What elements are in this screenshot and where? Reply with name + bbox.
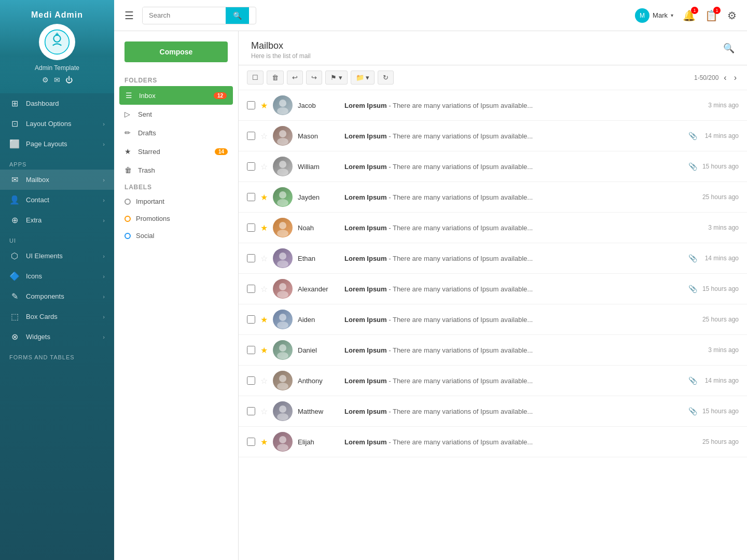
refresh-button[interactable]: ↻ <box>378 71 394 85</box>
sidebar-item-extra[interactable]: ⊕ Extra › <box>0 210 114 230</box>
flag-button[interactable]: ⚑ ▾ <box>325 71 348 85</box>
label-important[interactable]: Important <box>114 193 238 210</box>
mail-checkbox[interactable] <box>247 346 255 354</box>
svg-point-16 <box>279 314 286 321</box>
clipboard-badge: 1 <box>713 7 721 14</box>
star-icon[interactable]: ☆ <box>260 254 268 263</box>
star-icon[interactable]: ★ <box>260 345 268 355</box>
sidebar-item-widgets[interactable]: ⊗ Widgets › <box>0 327 114 347</box>
forward-button[interactable]: ↪ <box>306 71 322 85</box>
inbox-icon: ☰ <box>126 91 134 100</box>
settings-icon[interactable]: ⚙ <box>42 76 49 84</box>
user-chip[interactable]: M Mark ▾ <box>635 8 673 23</box>
folder-drafts[interactable]: ✏ Drafts <box>114 123 238 142</box>
notification-icon-wrapper[interactable]: 🔔 1 <box>683 9 696 22</box>
mail-item[interactable]: ☆ Mason Lorem Ipsum - There are many var… <box>239 121 747 151</box>
star-icon[interactable]: ★ <box>260 315 268 325</box>
mail-checkbox[interactable] <box>247 223 255 232</box>
mail-item[interactable]: ★ Aiden Lorem Ipsum - There are many var… <box>239 304 747 335</box>
mail-preview: Lorem Ipsum - There are many variations … <box>344 102 683 109</box>
mail-checkbox[interactable] <box>247 285 255 293</box>
folder-label: Starred <box>138 148 210 156</box>
sidebar-item-mailbox[interactable]: ✉ Mailbox › <box>0 170 114 190</box>
mail-item[interactable]: ★ Noah Lorem Ipsum - There are many vari… <box>239 213 747 243</box>
sidebar-item-ui-elements[interactable]: ⬡ UI Elements › <box>0 246 114 266</box>
sidebar-item-components[interactable]: ✎ Components › <box>0 286 114 306</box>
folder-starred[interactable]: ★ Starred 14 <box>114 142 238 161</box>
mail-avatar <box>273 310 293 329</box>
compose-button[interactable]: Compose <box>125 41 228 62</box>
folder-button[interactable]: 📁 ▾ <box>351 71 375 85</box>
folder-inbox[interactable]: ☰ Inbox 12 <box>119 86 233 105</box>
mail-avatar <box>273 340 293 360</box>
mail-checkbox[interactable] <box>247 315 255 324</box>
star-icon[interactable]: ★ <box>260 437 268 447</box>
star-icon[interactable]: ☆ <box>260 376 268 386</box>
mail-avatar <box>273 371 293 390</box>
power-icon[interactable]: ⏻ <box>65 76 73 84</box>
user-name: Mark <box>653 11 668 19</box>
folder-sent[interactable]: ▷ Sent <box>114 105 238 123</box>
sidebar-item-dashboard[interactable]: ⊞ Dashboard <box>0 93 114 114</box>
sidebar-item-contact[interactable]: 👤 Contact › <box>0 190 114 210</box>
menu-toggle-icon[interactable]: ☰ <box>125 9 134 22</box>
mail-item[interactable]: ★ Jacob Lorem Ipsum - There are many var… <box>239 90 747 121</box>
folder-trash[interactable]: 🗑 Trash <box>114 161 238 179</box>
star-icon[interactable]: ☆ <box>260 407 268 416</box>
star-icon[interactable]: ★ <box>260 101 268 110</box>
star-icon[interactable]: ☆ <box>260 131 268 141</box>
clipboard-icon-wrapper[interactable]: 📋 1 <box>705 9 718 22</box>
mail-checkbox[interactable] <box>247 132 255 140</box>
reply-button[interactable]: ↩ <box>287 71 303 85</box>
star-icon[interactable]: ★ <box>260 223 268 233</box>
mail-checkbox[interactable] <box>247 193 255 201</box>
attach-icon: 📎 <box>688 285 697 293</box>
mail-sender: Ethan <box>298 255 339 262</box>
sidebar-item-page-layouts[interactable]: ⬜ Page Layouts › <box>0 134 114 154</box>
attach-icon: 📎 <box>688 162 697 171</box>
mail-item[interactable]: ☆ Ethan Lorem Ipsum - There are many var… <box>239 243 747 274</box>
mail-checkbox[interactable] <box>247 254 255 262</box>
star-icon[interactable]: ☆ <box>260 284 268 294</box>
mail-item[interactable]: ☆ Alexander Lorem Ipsum - There are many… <box>239 274 747 304</box>
mail-item[interactable]: ☆ William Lorem Ipsum - There are many v… <box>239 151 747 182</box>
mail-checkbox[interactable] <box>247 407 255 415</box>
mail-checkbox[interactable] <box>247 376 255 385</box>
sidebar-item-box-cards[interactable]: ⬚ Box Cards › <box>0 306 114 327</box>
search-button[interactable]: 🔍 <box>226 7 249 24</box>
mail-avatar <box>273 218 293 237</box>
sidebar-avatar <box>39 24 75 60</box>
mail-icon[interactable]: ✉ <box>54 76 60 84</box>
star-icon[interactable]: ★ <box>260 192 268 202</box>
label-social[interactable]: Social <box>114 227 238 244</box>
mail-checkbox[interactable] <box>247 438 255 446</box>
sidebar-header: Medi Admin Admin Template ⚙ ✉ ⏻ <box>0 0 114 93</box>
chevron-right-icon: › <box>103 121 105 127</box>
mail-checkbox[interactable] <box>247 101 255 109</box>
next-page-button[interactable]: › <box>732 71 739 85</box>
label-text: Important <box>136 198 164 205</box>
svg-point-7 <box>277 169 288 176</box>
select-all-button[interactable]: ☐ <box>247 71 264 85</box>
pagination-info: 1-50/200 <box>694 74 718 81</box>
mail-avatar <box>273 126 293 146</box>
sidebar-item-label: Extra <box>26 216 96 224</box>
search-input[interactable] <box>143 7 226 23</box>
ui-icon: ⬡ <box>9 251 20 261</box>
svg-point-11 <box>277 230 288 237</box>
mail-item[interactable]: ★ Jayden Lorem Ipsum - There are many va… <box>239 182 747 213</box>
mail-item[interactable]: ★ Daniel Lorem Ipsum - There are many va… <box>239 335 747 366</box>
delete-button[interactable]: 🗑 <box>267 71 284 85</box>
mail-item[interactable]: ☆ Anthony Lorem Ipsum - There are many v… <box>239 366 747 396</box>
sidebar-item-layout-options[interactable]: ⊡ Layout Options › <box>0 114 114 134</box>
mail-checkbox[interactable] <box>247 162 255 171</box>
label-promotions[interactable]: Promotions <box>114 210 238 227</box>
sidebar-item-icons[interactable]: 🔷 Icons › <box>0 266 114 286</box>
mail-item[interactable]: ☆ Matthew Lorem Ipsum - There are many v… <box>239 396 747 427</box>
star-icon[interactable]: ☆ <box>260 162 268 172</box>
mail-item[interactable]: ★ Elijah Lorem Ipsum - There are many va… <box>239 427 747 457</box>
label-text: Social <box>136 232 154 240</box>
prev-page-button[interactable]: ‹ <box>722 71 728 85</box>
settings-icon[interactable]: ⚙ <box>727 9 737 22</box>
mailbox-search-icon[interactable]: 🔍 <box>723 43 735 54</box>
